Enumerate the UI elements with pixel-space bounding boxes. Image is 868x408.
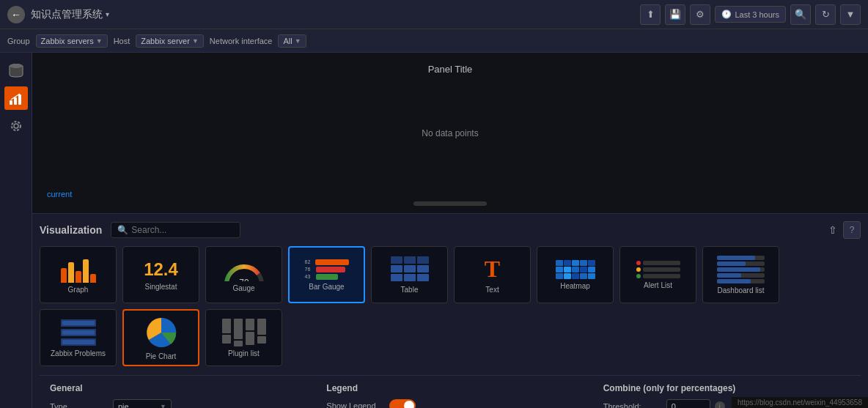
- threshold-info-icon[interactable]: i: [715, 401, 725, 408]
- top-bar: ← 知识点管理系统 ▾ ⬆ 💾 ⚙ 🕐 Last 3 hours 🔍 ↻ ▼: [0, 0, 868, 29]
- graph-label: Graph: [68, 286, 89, 294]
- host-value: Zabbix server: [141, 37, 190, 45]
- vis-grid: Graph 12.4 Singlestat: [40, 246, 861, 366]
- search-icon: 🔍: [117, 225, 128, 235]
- main-panel: Panel Title No data points current Visua…: [0, 53, 868, 408]
- filter-bar: Group Zabbix servers ▼ Host Zabbix serve…: [0, 29, 868, 53]
- general-title: General: [50, 383, 297, 393]
- zoom-button[interactable]: 🔍: [790, 4, 811, 25]
- status-bar: https://blog.csdn.net/weixin_44953658: [732, 397, 868, 408]
- vis-item-pluginlist[interactable]: Plugin list: [205, 309, 282, 366]
- top-bar-right: ⬆ 💾 ⚙ 🕐 Last 3 hours 🔍 ↻ ▼: [640, 4, 861, 25]
- singlestat-icon: 12.4: [144, 259, 178, 280]
- scrollbar[interactable]: [413, 201, 487, 206]
- singlestat-label: Singlestat: [145, 283, 177, 291]
- help-button[interactable]: ?: [843, 221, 861, 239]
- group-label: Group: [7, 37, 30, 45]
- alertlist-label: Alert List: [644, 281, 672, 289]
- vis-search-box[interactable]: 🔍: [111, 222, 240, 238]
- piechart-icon: [144, 316, 178, 349]
- refresh-icon: ↻: [822, 9, 830, 20]
- network-select[interactable]: All ▼: [278, 34, 306, 48]
- svg-rect-2: [10, 100, 12, 105]
- sidebar-icon-settings[interactable]: [4, 114, 28, 138]
- vis-search-input[interactable]: [131, 225, 234, 235]
- save-icon: 💾: [669, 9, 681, 20]
- gauge-icon: 79: [224, 258, 265, 281]
- database-icon: [8, 62, 24, 78]
- zoom-icon: 🔍: [795, 9, 806, 20]
- save-button[interactable]: 💾: [665, 4, 685, 25]
- group-value: Zabbix servers: [41, 37, 94, 45]
- heatmap-icon: [556, 260, 595, 279]
- host-caret: ▼: [192, 37, 199, 45]
- dashlist-icon: [717, 256, 765, 283]
- vis-item-singlestat[interactable]: 12.4 Singlestat: [122, 246, 199, 303]
- caret-down-icon: ▼: [846, 9, 856, 20]
- chart-icon: [8, 90, 24, 106]
- type-row: Type pie ▼: [50, 399, 297, 408]
- show-legend-toggle[interactable]: [389, 399, 416, 408]
- vis-item-gauge[interactable]: 79 Gauge: [205, 246, 282, 303]
- group-caret: ▼: [96, 37, 103, 45]
- vis-item-graph[interactable]: Graph: [40, 246, 117, 303]
- vis-item-dashlist[interactable]: Dashboard list: [702, 246, 779, 303]
- table-icon: [391, 256, 429, 283]
- clock-icon: 🕐: [721, 10, 732, 19]
- piechart-label: Pie Chart: [146, 352, 177, 360]
- app-title-caret: ▾: [106, 10, 109, 18]
- svg-rect-3: [14, 97, 17, 105]
- time-range-button[interactable]: 🕐 Last 3 hours: [715, 6, 786, 23]
- status-url: https://blog.csdn.net/weixin_44953658: [738, 398, 862, 407]
- vis-item-zabbix[interactable]: Zabbix Problems: [40, 309, 117, 366]
- vis-item-bargauge[interactable]: 62 76 43 Bar Gaug: [288, 246, 365, 303]
- bargauge-icon: 62 76 43: [305, 259, 349, 280]
- gear-icon: [8, 118, 24, 134]
- svg-point-5: [14, 124, 18, 128]
- threshold-label: Threshold:: [603, 402, 662, 408]
- vis-item-text[interactable]: T Text: [454, 246, 531, 303]
- network-value: All: [283, 37, 292, 45]
- share-button[interactable]: ⬆: [640, 4, 661, 25]
- legend-settings: Legend Show Legend Position Under graph: [326, 383, 573, 408]
- host-label: Host: [114, 37, 130, 45]
- type-select[interactable]: pie ▼: [113, 399, 172, 408]
- host-select[interactable]: Zabbix server ▼: [136, 34, 204, 48]
- panel-preview: Panel Title No data points current: [32, 53, 868, 214]
- svg-rect-11: [62, 321, 95, 325]
- vis-item-heatmap[interactable]: Heatmap: [537, 246, 614, 303]
- collapse-button[interactable]: ⇧: [828, 224, 837, 236]
- table-label: Table: [401, 286, 419, 294]
- vis-header: Visualization 🔍 ⇧ ?: [40, 221, 861, 239]
- refresh-button[interactable]: ↻: [815, 4, 836, 25]
- zabbix-icon: [60, 319, 97, 346]
- pluginlist-label: Plugin list: [228, 349, 260, 357]
- settings-button[interactable]: ⚙: [690, 4, 710, 25]
- vis-item-alertlist[interactable]: Alert List: [619, 246, 696, 303]
- back-button[interactable]: ←: [7, 6, 25, 23]
- text-icon: T: [485, 256, 500, 283]
- vis-item-piechart[interactable]: Pie Chart: [122, 309, 199, 366]
- type-label: Type: [50, 402, 108, 408]
- svg-point-6: [12, 122, 21, 130]
- refresh-caret[interactable]: ▼: [840, 4, 861, 25]
- show-legend-row: Show Legend: [326, 399, 573, 408]
- combine-title: Combine (only for percentages): [603, 383, 850, 393]
- visualization-section: Visualization 🔍 ⇧ ?: [32, 214, 868, 408]
- group-select[interactable]: Zabbix servers ▼: [36, 34, 108, 48]
- vis-item-table[interactable]: Table: [371, 246, 448, 303]
- threshold-input[interactable]: [666, 399, 710, 408]
- sidebar-icon-chart[interactable]: [4, 86, 28, 110]
- general-settings: General Type pie ▼ Unit short: [50, 383, 297, 408]
- pluginlist-icon: [222, 319, 266, 346]
- no-data-label: No data points: [422, 128, 478, 138]
- show-legend-label: Show Legend: [326, 401, 385, 408]
- legend-title: Legend: [326, 383, 573, 393]
- sidebar-icon-db[interactable]: [4, 59, 28, 82]
- toggle-knob: [404, 401, 414, 408]
- alertlist-icon: [636, 261, 680, 278]
- svg-rect-13: [62, 340, 95, 344]
- panel-title: Panel Title: [428, 64, 473, 75]
- current-label: current: [47, 190, 72, 199]
- network-label: Network interface: [210, 37, 273, 45]
